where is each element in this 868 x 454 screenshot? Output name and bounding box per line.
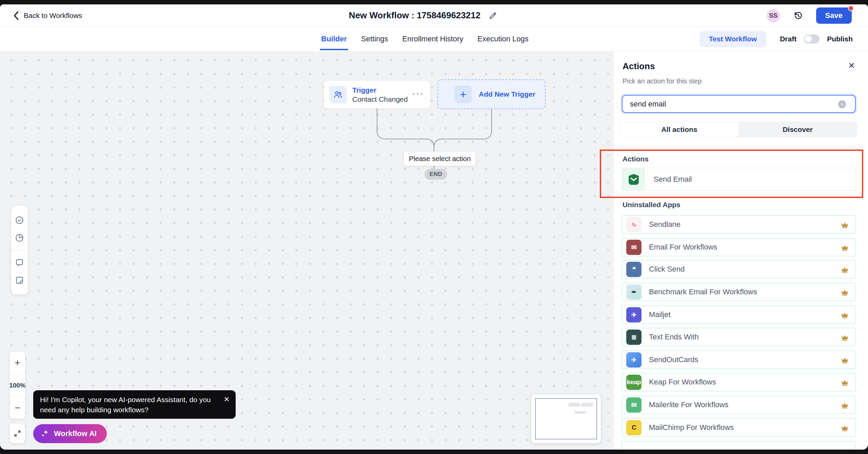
- app-row-mailjet[interactable]: ✈ Mailjet: [622, 305, 856, 324]
- save-button[interactable]: Save: [816, 7, 852, 24]
- tab-bar: Builder Settings Enrollment History Exec…: [0, 27, 868, 52]
- publish-label: Publish: [827, 35, 853, 43]
- minimap-node: [581, 403, 593, 407]
- chevron-left-icon: [13, 11, 19, 20]
- app-row-click-send[interactable]: ❝ Click Send: [622, 260, 856, 278]
- comments-button[interactable]: [15, 258, 25, 268]
- copilot-tooltip: Hi! I'm Copilot, your new AI-powered Ass…: [33, 390, 236, 419]
- end-badge: END: [425, 169, 447, 180]
- app-window: Back to Workflows New Workflow : 1758469…: [0, 4, 868, 450]
- workflow-title-group: New Workflow : 1758469623212: [349, 10, 497, 21]
- publish-toggle[interactable]: [804, 35, 820, 43]
- trigger-subtitle: Contact Changed: [352, 95, 408, 103]
- plus-icon: +: [454, 85, 472, 103]
- tab-all-actions[interactable]: All actions: [620, 122, 738, 137]
- mailerlite-icon: ✉: [626, 397, 642, 413]
- select-action-prompt[interactable]: Please select action: [404, 152, 476, 166]
- email-for-workflows-icon: ✉: [626, 240, 642, 255]
- save-label: Save: [825, 11, 843, 20]
- notification-dot: [848, 5, 854, 11]
- action-search-input[interactable]: [622, 95, 856, 113]
- test-workflow-button[interactable]: Test Workflow: [699, 31, 767, 47]
- text-ends-with-icon: ≣: [626, 330, 642, 345]
- app-name: Text Ends With: [649, 333, 699, 341]
- panel-close-icon[interactable]: ✕: [848, 61, 855, 71]
- panel-title: Actions: [623, 61, 655, 72]
- actions-panel: Actions ✕ Pick an action for this step ✕…: [613, 52, 868, 450]
- app-name: SendOutCards: [649, 355, 698, 364]
- back-label: Back to Workflows: [24, 12, 82, 20]
- app-name: Email For Workflows: [649, 243, 717, 252]
- workflow-ai-label: Workflow AI: [54, 429, 97, 438]
- uninstalled-apps-label: Uninstalled Apps: [623, 201, 680, 209]
- premium-crown-icon: [840, 356, 849, 365]
- actions-section-label: Actions: [623, 155, 649, 163]
- tab-builder[interactable]: Builder: [321, 27, 347, 51]
- draft-label: Draft: [780, 35, 796, 43]
- history-icon[interactable]: [793, 11, 803, 21]
- workflow-canvas[interactable]: Trigger Contact Changed ··· + Add New Tr…: [0, 52, 613, 450]
- minimap[interactable]: [531, 394, 601, 443]
- mailchimp-icon: C: [626, 420, 642, 435]
- edit-pencil-icon[interactable]: [489, 11, 497, 20]
- sparkles-icon: [41, 429, 50, 438]
- premium-crown-icon: [840, 401, 849, 410]
- top-header: Back to Workflows New Workflow : 1758469…: [0, 4, 868, 27]
- trigger-node-text: Trigger Contact Changed: [352, 86, 408, 103]
- search-clear-icon[interactable]: ✕: [838, 100, 846, 108]
- minimap-node: [575, 411, 586, 414]
- premium-crown-icon: [840, 311, 849, 320]
- node-menu-dots[interactable]: ···: [412, 89, 424, 99]
- canvas-side-toolbar: [11, 206, 28, 295]
- app-row-mailchimp[interactable]: C MailChimp For Workflows: [622, 418, 856, 437]
- tab-execution-logs[interactable]: Execution Logs: [477, 27, 528, 51]
- add-new-trigger-button[interactable]: + Add New Trigger: [437, 79, 546, 109]
- app-row-partial[interactable]: [622, 441, 856, 450]
- notes-button[interactable]: [15, 275, 25, 285]
- app-row-email-for-workflows[interactable]: ✉ Email For Workflows: [622, 238, 856, 256]
- app-name: Mailerlite For Workflows: [649, 400, 728, 409]
- copilot-close-icon[interactable]: ✕: [223, 394, 230, 404]
- toggle-knob: [805, 35, 812, 43]
- connector-lines: [0, 52, 613, 450]
- app-name: Sendlane: [649, 220, 680, 229]
- panel-subtitle: Pick an action for this step: [623, 77, 702, 85]
- benchmark-email-icon: ✒: [626, 284, 642, 300]
- tab-discover[interactable]: Discover: [738, 122, 857, 137]
- zoom-out-button[interactable]: −: [10, 396, 25, 419]
- tab-enrollment-history[interactable]: Enrollment History: [402, 27, 463, 51]
- back-to-workflows-button[interactable]: Back to Workflows: [13, 11, 82, 20]
- fit-view-button[interactable]: [10, 423, 25, 443]
- app-row-sendlane[interactable]: ∿ Sendlane: [622, 215, 856, 234]
- page-title: New Workflow : 1758469623212: [349, 10, 480, 21]
- toolbar-divider: [14, 250, 25, 251]
- trigger-title: Trigger: [352, 86, 408, 94]
- mailjet-icon: ✈: [626, 307, 642, 322]
- add-trigger-label: Add New Trigger: [479, 90, 535, 98]
- click-send-icon: ❝: [626, 262, 642, 277]
- premium-crown-icon: [840, 333, 849, 342]
- premium-crown-icon: [840, 243, 849, 252]
- note-icon: [15, 276, 24, 285]
- app-row-mailerlite[interactable]: ✉ Mailerlite For Workflows: [622, 396, 856, 414]
- app-row-benchmark-email[interactable]: ✒ Benchmark Email For Workflows: [622, 283, 856, 301]
- app-name: Benchmark Email For Workflows: [649, 288, 757, 296]
- stats-button[interactable]: [15, 233, 25, 243]
- avatar[interactable]: SS: [767, 9, 780, 22]
- app-row-keap[interactable]: keap Keap For Workflows: [622, 373, 856, 391]
- trigger-node[interactable]: Trigger Contact Changed ···: [324, 81, 430, 108]
- tab-settings[interactable]: Settings: [361, 27, 388, 51]
- premium-crown-icon: [840, 423, 849, 433]
- minimap-viewport: [535, 398, 597, 439]
- send-email-label: Send Email: [654, 175, 692, 184]
- send-email-action[interactable]: Send Email: [622, 168, 856, 191]
- screen: Back to Workflows New Workflow : 1758469…: [0, 0, 868, 454]
- app-row-text-ends-with[interactable]: ≣ Text Ends With: [622, 328, 856, 346]
- app-row-sendoutcards[interactable]: ✈ SendOutCards: [622, 351, 856, 369]
- premium-crown-icon: [840, 220, 849, 230]
- chat-bubble-icon: [15, 258, 24, 268]
- validate-checks-button[interactable]: [15, 215, 25, 225]
- zoom-in-button[interactable]: +: [10, 352, 25, 374]
- app-name: Click Send: [649, 265, 685, 274]
- workflow-ai-button[interactable]: Workflow AI: [33, 424, 107, 443]
